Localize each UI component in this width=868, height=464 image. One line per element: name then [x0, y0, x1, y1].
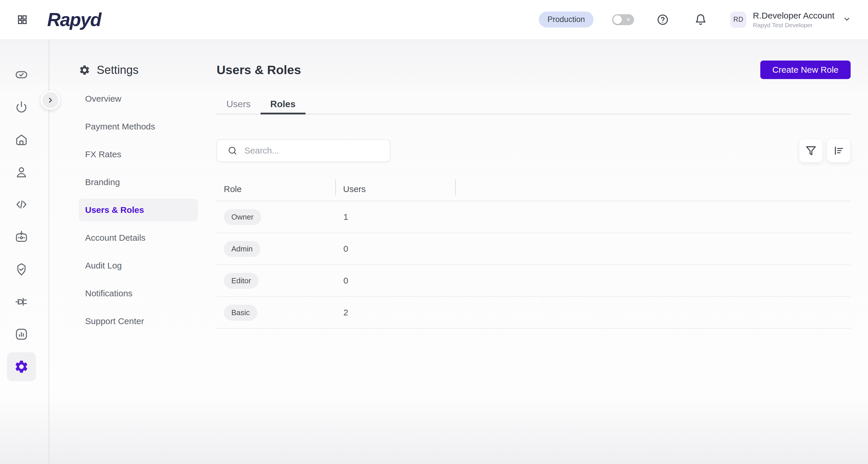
settings-gear-icon[interactable]: [7, 352, 36, 381]
account-text: R.Developer Account Rapyd Test Developer: [753, 11, 834, 29]
table-row[interactable]: Admin 0: [217, 233, 850, 265]
task-check-icon[interactable]: [7, 60, 36, 89]
account-menu[interactable]: RD R.Developer Account Rapyd Test Develo…: [730, 11, 851, 29]
compliance-shield-icon[interactable]: [7, 255, 36, 284]
integrations-plug-icon[interactable]: [7, 287, 36, 316]
collapse-panel-button[interactable]: [41, 91, 60, 110]
settings-panel-title: Settings: [79, 63, 217, 76]
account-subtitle: Rapyd Test Developer: [753, 22, 834, 29]
rapyd-logo[interactable]: Rapyd: [47, 9, 101, 30]
top-bar: Rapyd Production ✕ RD R.Developer Accoun…: [0, 0, 868, 39]
settings-item-audit-log[interactable]: Audit Log: [79, 254, 198, 277]
settings-item-account-details[interactable]: Account Details: [79, 226, 198, 249]
toggle-knob: [613, 16, 622, 24]
help-icon[interactable]: [657, 13, 669, 26]
main-header: Users & Roles Create New Role: [217, 61, 850, 79]
role-badge: Basic: [224, 305, 257, 321]
main-content: Users & Roles Create New Role Users Role…: [217, 39, 850, 329]
settings-menu: Overview Payment Methods FX Rates Brandi…: [79, 88, 217, 333]
avatar: RD: [730, 11, 746, 28]
column-header-users: Users: [336, 178, 456, 201]
column-header-role: Role: [217, 178, 336, 201]
tab-users[interactable]: Users: [217, 94, 260, 114]
table-row[interactable]: Editor 0: [217, 265, 850, 297]
role-cell: Admin: [217, 241, 336, 257]
home-icon[interactable]: [7, 125, 36, 154]
role-cell: Basic: [217, 305, 336, 321]
settings-item-support-center[interactable]: Support Center: [79, 310, 198, 333]
developers-code-icon[interactable]: [7, 190, 36, 219]
settings-item-users-roles[interactable]: Users & Roles: [79, 199, 198, 221]
users-count-cell: 0: [336, 244, 456, 254]
tabs: Users Roles: [217, 94, 850, 115]
roles-table: Role Users Owner 1 Admin 0 Editor 0 Basi…: [217, 178, 850, 329]
gear-icon: [79, 64, 90, 76]
settings-item-notifications[interactable]: Notifications: [79, 282, 198, 305]
role-badge: Owner: [224, 209, 261, 225]
analytics-chart-icon[interactable]: [7, 320, 36, 349]
content-area: Settings Overview Payment Methods FX Rat…: [0, 39, 868, 464]
role-cell: Owner: [217, 209, 336, 225]
users-count-cell: 1: [336, 212, 456, 222]
table-header: Role Users: [217, 178, 850, 201]
toolbar-buttons: [799, 139, 850, 162]
settings-item-overview[interactable]: Overview: [79, 88, 198, 110]
chevron-right-icon: [46, 96, 55, 104]
power-icon[interactable]: [7, 93, 36, 122]
create-new-role-button[interactable]: Create New Role: [760, 61, 850, 79]
sort-button[interactable]: [827, 139, 850, 162]
filter-button[interactable]: [799, 139, 823, 162]
tab-roles[interactable]: Roles: [260, 94, 305, 114]
role-cell: Editor: [217, 273, 336, 289]
customers-icon[interactable]: [7, 158, 36, 187]
payins-icon[interactable]: [7, 222, 36, 251]
users-count-cell: 2: [336, 308, 456, 317]
settings-panel: Settings Overview Payment Methods FX Rat…: [50, 39, 217, 333]
search-box[interactable]: [217, 139, 390, 162]
top-bar-right: Production ✕ RD R.Developer Account Rapy…: [539, 11, 851, 29]
role-badge: Editor: [224, 273, 258, 289]
settings-item-payment-methods[interactable]: Payment Methods: [79, 115, 198, 138]
app-window: Rapyd Production ✕ RD R.Developer Accoun…: [0, 0, 868, 464]
sort-icon: [833, 145, 844, 156]
role-badge: Admin: [224, 241, 260, 257]
page-title: Users & Roles: [217, 63, 301, 77]
settings-item-branding[interactable]: Branding: [79, 171, 198, 193]
account-name: R.Developer Account: [753, 11, 834, 21]
filter-funnel-icon: [805, 145, 817, 156]
settings-item-fx-rates[interactable]: FX Rates: [79, 143, 198, 166]
bell-icon[interactable]: [694, 13, 707, 26]
chevron-down-icon: [842, 15, 851, 25]
table-controls: [217, 139, 850, 162]
table-row[interactable]: Basic 2: [217, 297, 850, 329]
search-icon: [227, 146, 238, 156]
environment-toggle[interactable]: ✕: [612, 14, 634, 25]
settings-title-label: Settings: [97, 63, 139, 76]
grid-menu-icon[interactable]: [16, 13, 29, 26]
environment-badge: Production: [539, 11, 593, 28]
users-count-cell: 0: [336, 276, 456, 286]
table-row[interactable]: Owner 1: [217, 201, 850, 233]
search-input[interactable]: [244, 146, 381, 156]
toggle-off-symbol: ✕: [626, 16, 630, 23]
